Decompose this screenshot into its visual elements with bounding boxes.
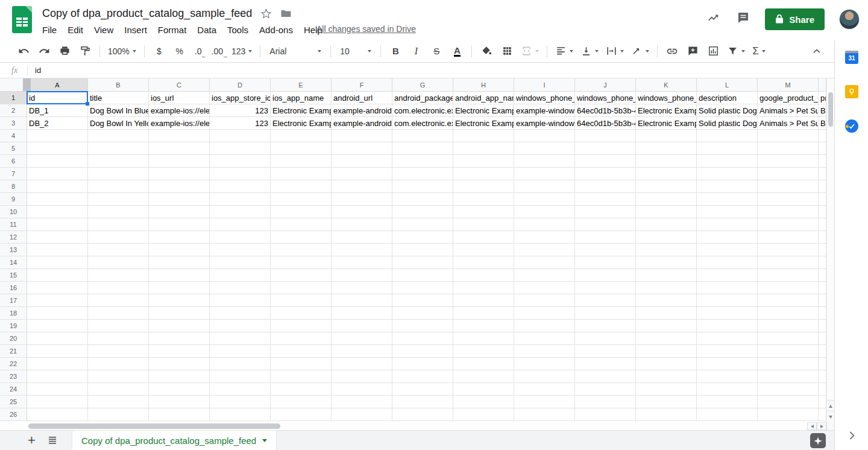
- insert-chart-button[interactable]: [705, 43, 721, 59]
- cell-F14[interactable]: [332, 256, 392, 269]
- scroll-down-button[interactable]: [827, 411, 834, 422]
- cell-H20[interactable]: [453, 332, 514, 345]
- cell-K22[interactable]: [636, 358, 697, 370]
- cell-D24[interactable]: [210, 383, 271, 396]
- user-avatar[interactable]: [839, 9, 860, 30]
- cell-F3[interactable]: example-android: [332, 117, 392, 130]
- row-header-9[interactable]: 9: [0, 193, 27, 206]
- cell-L17[interactable]: [697, 294, 758, 307]
- cell-L12[interactable]: [697, 231, 758, 244]
- cell-L4[interactable]: [697, 130, 758, 142]
- cell-H14[interactable]: [453, 256, 514, 269]
- cell-F7[interactable]: [332, 168, 392, 180]
- cell-K14[interactable]: [636, 256, 697, 269]
- cell-N17[interactable]: [819, 294, 826, 307]
- cell-G10[interactable]: [392, 206, 453, 218]
- cell-A17[interactable]: [27, 294, 88, 307]
- insert-comment-button[interactable]: [685, 43, 700, 59]
- cell-F1[interactable]: android_url: [332, 92, 392, 104]
- cell-M18[interactable]: [758, 307, 819, 320]
- cell-B3[interactable]: Dog Bowl In Yello: [88, 117, 149, 130]
- cell-K15[interactable]: [636, 269, 697, 282]
- row-header-25[interactable]: 25: [0, 396, 27, 408]
- cell-E7[interactable]: [271, 168, 332, 180]
- cell-C5[interactable]: [149, 142, 210, 155]
- cell-B25[interactable]: [88, 396, 149, 408]
- cell-L18[interactable]: [697, 307, 758, 320]
- cell-G24[interactable]: [392, 383, 453, 396]
- cell-E15[interactable]: [271, 269, 332, 282]
- cell-I11[interactable]: [514, 218, 575, 231]
- cell-D26[interactable]: [210, 408, 271, 421]
- document-title[interactable]: Copy of dpa_product_catalog_sample_feed: [42, 7, 252, 20]
- row-header-6[interactable]: 6: [0, 155, 27, 168]
- cell-J15[interactable]: [575, 269, 636, 282]
- cell-L6[interactable]: [697, 155, 758, 168]
- keep-icon[interactable]: [845, 85, 858, 98]
- cell-D8[interactable]: [210, 180, 271, 193]
- cell-E8[interactable]: [271, 180, 332, 193]
- cell-H16[interactable]: [453, 282, 514, 294]
- cell-M20[interactable]: [758, 332, 819, 345]
- cell-J6[interactable]: [575, 155, 636, 168]
- column-header-K[interactable]: K: [636, 78, 697, 92]
- undo-button[interactable]: [16, 43, 31, 59]
- cell-N15[interactable]: [819, 269, 826, 282]
- cell-C8[interactable]: [149, 180, 210, 193]
- cell-A15[interactable]: [27, 269, 88, 282]
- cell-M16[interactable]: [758, 282, 819, 294]
- cell-K17[interactable]: [636, 294, 697, 307]
- column-header-partial[interactable]: [819, 78, 826, 92]
- cell-K8[interactable]: [636, 180, 697, 193]
- cell-N12[interactable]: [819, 231, 826, 244]
- row-header-11[interactable]: 11: [0, 218, 27, 231]
- cell-L1[interactable]: description: [697, 92, 758, 104]
- cell-F18[interactable]: [332, 307, 392, 320]
- row-header-16[interactable]: 16: [0, 282, 27, 294]
- cell-B9[interactable]: [88, 193, 149, 206]
- cell-D25[interactable]: [210, 396, 271, 408]
- cell-N5[interactable]: [819, 142, 826, 155]
- cell-I25[interactable]: [514, 396, 575, 408]
- cell-G21[interactable]: [392, 345, 453, 358]
- cell-N20[interactable]: [819, 332, 826, 345]
- strikethrough-button[interactable]: S: [429, 43, 444, 59]
- calendar-icon[interactable]: 31: [845, 51, 858, 64]
- cell-H7[interactable]: [453, 168, 514, 180]
- create-filter-button[interactable]: [727, 43, 745, 59]
- row-header-19[interactable]: 19: [0, 320, 27, 332]
- cell-J10[interactable]: [575, 206, 636, 218]
- cell-M2[interactable]: Animals > Pet Su: [758, 104, 819, 117]
- cell-C17[interactable]: [149, 294, 210, 307]
- cell-H3[interactable]: Electronic Examp: [453, 117, 514, 130]
- cell-I10[interactable]: [514, 206, 575, 218]
- cell-D5[interactable]: [210, 142, 271, 155]
- cell-K11[interactable]: [636, 218, 697, 231]
- cell-B7[interactable]: [88, 168, 149, 180]
- column-header-D[interactable]: D: [210, 78, 271, 92]
- cell-B26[interactable]: [88, 408, 149, 421]
- row-header-23[interactable]: 23: [0, 370, 27, 383]
- cell-I3[interactable]: example-window: [514, 117, 575, 130]
- row-header-5[interactable]: 5: [0, 142, 27, 155]
- cell-K19[interactable]: [636, 320, 697, 332]
- cell-B20[interactable]: [88, 332, 149, 345]
- row-header-3[interactable]: 3: [0, 117, 27, 130]
- move-to-folder-icon[interactable]: [280, 8, 292, 19]
- cell-I7[interactable]: [514, 168, 575, 180]
- cell-K26[interactable]: [636, 408, 697, 421]
- cell-G15[interactable]: [392, 269, 453, 282]
- cell-K12[interactable]: [636, 231, 697, 244]
- row-header-13[interactable]: 13: [0, 244, 27, 256]
- row-header-22[interactable]: 22: [0, 358, 27, 370]
- cell-B4[interactable]: [88, 130, 149, 142]
- cell-D9[interactable]: [210, 193, 271, 206]
- comment-history-icon[interactable]: [736, 11, 750, 28]
- cell-F25[interactable]: [332, 396, 392, 408]
- more-formats-button[interactable]: 123: [231, 43, 252, 59]
- cell-F4[interactable]: [332, 130, 392, 142]
- text-wrap-button[interactable]: [606, 43, 624, 59]
- cell-L9[interactable]: [697, 193, 758, 206]
- row-header-8[interactable]: 8: [0, 180, 27, 193]
- cell-G13[interactable]: [392, 244, 453, 256]
